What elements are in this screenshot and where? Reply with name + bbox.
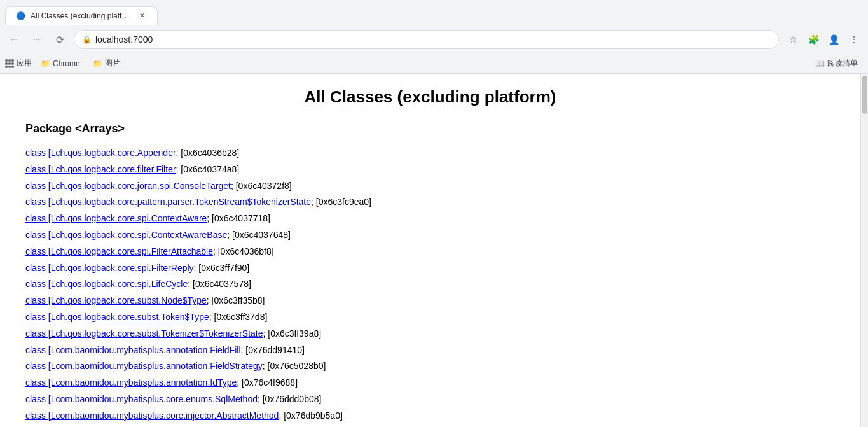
bookmark-images-label: 图片 bbox=[105, 58, 120, 69]
active-tab[interactable]: 🔵 All Classes (excluding platform) ✕ bbox=[5, 6, 158, 25]
profile-button[interactable]: 👤 bbox=[825, 31, 843, 48]
tab-close-button[interactable]: ✕ bbox=[137, 11, 147, 21]
package-heading: Package <Arrays> bbox=[25, 122, 835, 136]
list-item: class [Lch.qos.logback.core.spi.ContextA… bbox=[25, 228, 835, 243]
class-address: ; [0x6c40372f8] bbox=[231, 181, 292, 191]
list-item: class [Lch.qos.logback.core.filter.Filte… bbox=[25, 162, 835, 178]
list-item: class [Lcom.baomidou.mybatisplus.annotat… bbox=[25, 343, 835, 358]
class-link[interactable]: class [Lch.qos.logback.core.subst.Token$… bbox=[25, 312, 209, 322]
folder-icon-2: 📁 bbox=[93, 59, 102, 68]
list-item: class [Lch.qos.logback.core.spi.ContextA… bbox=[25, 211, 835, 227]
bookmark-chrome-folder[interactable]: 📁 Chrome bbox=[37, 58, 84, 69]
class-link[interactable]: class [Lch.qos.logback.core.spi.LifeCycl… bbox=[25, 279, 188, 289]
list-item: class [Lch.qos.logback.core.subst.Token$… bbox=[25, 310, 835, 325]
scrollbar[interactable] bbox=[860, 74, 868, 427]
list-item: class [Lch.qos.logback.core.Appender; [0… bbox=[25, 146, 835, 161]
bookmark-chrome-label: Chrome bbox=[53, 59, 80, 68]
class-address: ; [0x6c40374a8] bbox=[176, 164, 240, 174]
class-link[interactable]: class [Lch.qos.logback.core.spi.FilterAt… bbox=[25, 246, 213, 256]
class-address: ; [0x6c3ff35b8] bbox=[207, 295, 265, 305]
apps-label: 应用 bbox=[17, 58, 32, 69]
list-item: class [Lcom.baomidou.mybatisplus.core.to… bbox=[25, 425, 835, 427]
class-address: ; [0x6c3fc9ea0] bbox=[311, 197, 371, 207]
class-address: ; [0x6c3ff37d8] bbox=[209, 312, 268, 322]
class-link[interactable]: class [Lcom.baomidou.mybatisplus.annotat… bbox=[25, 377, 237, 388]
list-item: class [Lch.qos.logback.core.joran.spi.Co… bbox=[25, 179, 835, 194]
tab-bar: 🔵 All Classes (excluding platform) ✕ bbox=[0, 0, 868, 25]
reader-list-button[interactable]: 📖 阅读清单 bbox=[810, 57, 863, 70]
class-link[interactable]: class [Lch.qos.logback.core.spi.FilterRe… bbox=[25, 263, 194, 273]
reload-button[interactable]: ⟳ bbox=[51, 31, 69, 48]
class-address: ; [0x76c4f9688] bbox=[237, 377, 298, 388]
class-link[interactable]: class [Lch.qos.logback.core.subst.Tokeni… bbox=[25, 328, 263, 339]
class-link[interactable]: class [Lcom.baomidou.mybatisplus.core.en… bbox=[25, 394, 258, 404]
class-link[interactable]: class [Lcom.baomidou.mybatisplus.annotat… bbox=[25, 361, 263, 371]
class-address: ; [0x6c3ff7f90] bbox=[194, 263, 250, 273]
tab-favicon: 🔵 bbox=[16, 11, 25, 20]
class-address: ; [0x6c4036bf8] bbox=[213, 246, 274, 256]
extension-button[interactable]: 🧩 bbox=[804, 31, 822, 48]
tab-title: All Classes (excluding platform) bbox=[31, 11, 132, 20]
page-content: All Classes (excluding platform) Package… bbox=[0, 74, 860, 427]
class-address: ; [0x6c4036b28] bbox=[176, 148, 240, 158]
apps-button[interactable]: 应用 bbox=[5, 58, 32, 69]
grid-icon bbox=[5, 59, 14, 68]
class-address: ; [0x76dd91410] bbox=[241, 345, 305, 355]
list-item: class [Lch.qos.logback.core.spi.FilterAt… bbox=[25, 244, 835, 260]
url-text: localhost:7000 bbox=[95, 34, 153, 45]
class-link[interactable]: class [Lch.qos.logback.core.pattern.pars… bbox=[25, 197, 311, 207]
class-link[interactable]: class [Lch.qos.logback.core.subst.Node$T… bbox=[25, 295, 207, 305]
reader-icon: 📖 bbox=[815, 59, 825, 68]
list-item: class [Lch.qos.logback.core.spi.FilterRe… bbox=[25, 261, 835, 276]
list-item: class [Lch.qos.logback.core.subst.Node$T… bbox=[25, 293, 835, 309]
class-link[interactable]: class [Lcom.baomidou.mybatisplus.annotat… bbox=[25, 345, 241, 355]
list-item: class [Lcom.baomidou.mybatisplus.annotat… bbox=[25, 375, 835, 391]
scrollbar-thumb[interactable] bbox=[862, 76, 867, 114]
browser-chrome: 🔵 All Classes (excluding platform) ✕ ← →… bbox=[0, 0, 868, 74]
class-address: ; [0x76db9b5a0] bbox=[279, 410, 342, 421]
nav-bar: ← → ⟳ 🔒 localhost:7000 ☆ 🧩 👤 ⋮ bbox=[0, 25, 868, 53]
class-address: ; [0x76ddd0b08] bbox=[258, 394, 321, 404]
class-link[interactable]: class [Lch.qos.logback.core.joran.spi.Co… bbox=[25, 181, 231, 191]
class-address: ; [0x76c5028b0] bbox=[263, 361, 326, 371]
list-item: class [Lch.qos.logback.core.spi.LifeCycl… bbox=[25, 277, 835, 292]
reader-label: 阅读清单 bbox=[827, 58, 858, 69]
class-link[interactable]: class [Lch.qos.logback.core.filter.Filte… bbox=[25, 164, 176, 174]
class-link[interactable]: class [Lch.qos.logback.core.spi.ContextA… bbox=[25, 213, 207, 223]
bookmark-images-folder[interactable]: 📁 图片 bbox=[89, 57, 124, 70]
class-address: ; [0x6c4037648] bbox=[227, 230, 291, 240]
forward-button[interactable]: → bbox=[28, 31, 46, 48]
list-item: class [Lch.qos.logback.core.pattern.pars… bbox=[25, 195, 835, 210]
page-wrapper: All Classes (excluding platform) Package… bbox=[0, 74, 868, 427]
list-item: class [Lcom.baomidou.mybatisplus.core.in… bbox=[25, 409, 835, 424]
menu-button[interactable]: ⋮ bbox=[845, 31, 863, 48]
folder-icon: 📁 bbox=[41, 59, 50, 68]
class-link[interactable]: class [Lcom.baomidou.mybatisplus.core.in… bbox=[25, 410, 279, 421]
page-title: All Classes (excluding platform) bbox=[25, 87, 835, 107]
class-link[interactable]: class [Lch.qos.logback.core.spi.ContextA… bbox=[25, 230, 227, 240]
class-address: ; [0x6c4037718] bbox=[207, 213, 270, 223]
bookmark-star-button[interactable]: ☆ bbox=[784, 31, 802, 48]
toolbar-right: ☆ 🧩 👤 ⋮ bbox=[784, 31, 863, 48]
class-address: ; [0x6c3ff39a8] bbox=[263, 328, 322, 339]
class-address: ; [0x6c4037578] bbox=[188, 279, 251, 289]
back-button[interactable]: ← bbox=[5, 31, 23, 48]
class-link[interactable]: class [Lch.qos.logback.core.Appender bbox=[25, 148, 176, 158]
list-item: class [Lcom.baomidou.mybatisplus.annotat… bbox=[25, 359, 835, 374]
bookmarks-bar: 应用 📁 Chrome 📁 图片 📖 阅读清单 bbox=[0, 53, 868, 74]
lock-icon: 🔒 bbox=[82, 35, 92, 44]
class-list: class [Lch.qos.logback.core.Appender; [0… bbox=[25, 146, 835, 427]
list-item: class [Lcom.baomidou.mybatisplus.core.en… bbox=[25, 392, 835, 407]
list-item: class [Lch.qos.logback.core.subst.Tokeni… bbox=[25, 326, 835, 342]
address-bar[interactable]: 🔒 localhost:7000 bbox=[74, 30, 779, 49]
